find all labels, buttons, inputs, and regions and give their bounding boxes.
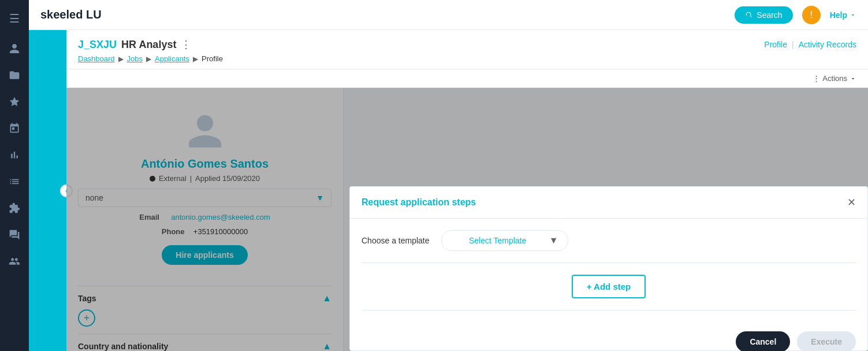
breadcrumb-sep-2: ▶ bbox=[146, 55, 151, 63]
template-dropdown-icon: ▼ bbox=[549, 235, 558, 246]
nav-icon-team[interactable] bbox=[3, 250, 26, 273]
modal-title: Request application steps bbox=[362, 197, 476, 208]
header-separator: | bbox=[792, 40, 794, 49]
choose-template-label: Choose a template bbox=[362, 236, 430, 245]
breadcrumb-current: Profile bbox=[202, 54, 223, 63]
template-select[interactable]: Select Template ▼ bbox=[441, 230, 568, 251]
breadcrumb-sep-3: ▶ bbox=[193, 55, 198, 63]
breadcrumb-applicants[interactable]: Applicants bbox=[155, 54, 189, 63]
help-button[interactable]: Help bbox=[830, 10, 856, 20]
activity-records-link[interactable]: Activity Records bbox=[799, 40, 856, 49]
menu-icon[interactable]: ☰ bbox=[3, 7, 26, 30]
actions-bar: ⋮ Actions bbox=[66, 69, 868, 88]
modal-body: Choose a template Select Template ▼ + Ad… bbox=[350, 219, 867, 322]
nav-icon-chart[interactable] bbox=[3, 143, 26, 167]
actions-button[interactable]: ⋮ Actions bbox=[813, 74, 856, 83]
nav-icon-star[interactable] bbox=[3, 90, 26, 113]
sidebar: ☰ bbox=[0, 0, 29, 351]
nav-icon-comment[interactable] bbox=[3, 223, 26, 246]
page-header: J_SXJU HR Analyst ⋮ Profile | Activity R… bbox=[66, 30, 868, 69]
left-panel: ‹ bbox=[29, 30, 66, 351]
add-step-area: + Add step bbox=[362, 263, 856, 311]
modal-header: Request application steps ✕ bbox=[350, 187, 867, 219]
nav-icon-list[interactable] bbox=[3, 170, 26, 193]
nav-icon-user[interactable] bbox=[3, 37, 26, 60]
more-options-icon[interactable]: ⋮ bbox=[181, 38, 191, 51]
breadcrumb: Dashboard ▶ Jobs ▶ Applicants ▶ Profile bbox=[78, 54, 856, 63]
notification-icon[interactable]: ! bbox=[802, 6, 821, 24]
topbar: skeeled LU Search ! Help bbox=[29, 0, 868, 30]
search-button[interactable]: Search bbox=[735, 6, 792, 24]
breadcrumb-jobs[interactable]: Jobs bbox=[127, 54, 143, 63]
nav-icon-puzzle[interactable] bbox=[3, 197, 26, 220]
modal-close-button[interactable]: ✕ bbox=[847, 196, 856, 209]
nav-icon-folder[interactable] bbox=[3, 64, 26, 87]
app-logo: skeeled LU bbox=[40, 8, 735, 21]
template-select-text: Select Template bbox=[451, 236, 545, 245]
job-id: J_SXJU bbox=[78, 39, 117, 51]
profile-link[interactable]: Profile bbox=[764, 40, 787, 49]
breadcrumb-dashboard[interactable]: Dashboard bbox=[78, 54, 115, 63]
breadcrumb-sep-1: ▶ bbox=[118, 55, 124, 63]
nav-icon-calendar[interactable] bbox=[3, 117, 26, 140]
cancel-button[interactable]: Cancel bbox=[736, 331, 790, 351]
add-step-button[interactable]: + Add step bbox=[572, 275, 646, 298]
job-role: HR Analyst bbox=[121, 39, 176, 51]
modal-footer: Cancel Execute bbox=[350, 322, 867, 351]
execute-button[interactable]: Execute bbox=[797, 331, 856, 351]
request-steps-modal: Request application steps ✕ Choose a tem… bbox=[349, 186, 868, 351]
